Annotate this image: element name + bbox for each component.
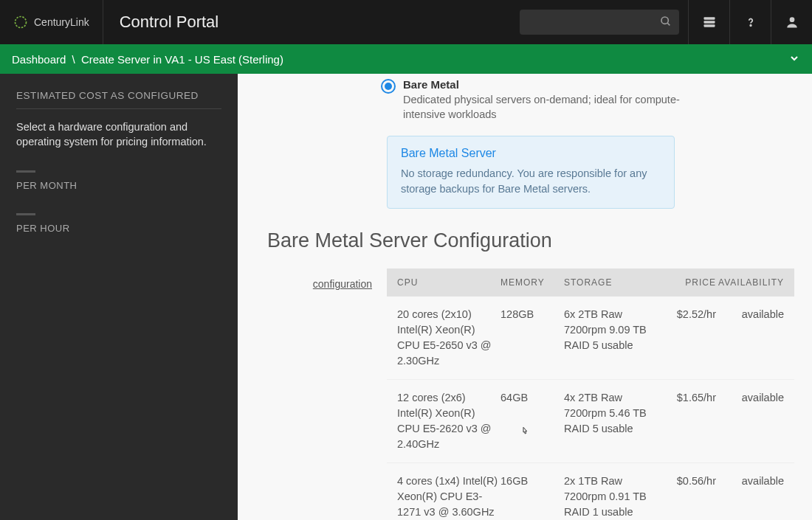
user-icon-button[interactable] <box>771 0 812 44</box>
cell-memory: 16GB <box>500 474 564 520</box>
global-search[interactable] <box>520 10 679 35</box>
cell-cpu: 12 cores (2x6) Intel(R) Xeon(R) CPU E5-2… <box>397 390 500 452</box>
cell-availability: available <box>716 474 784 520</box>
svg-point-0 <box>16 17 27 28</box>
breadcrumb-page[interactable]: Create Server in VA1 - US East (Sterling… <box>81 53 283 66</box>
search-input[interactable] <box>527 16 660 28</box>
chevron-down-icon[interactable] <box>788 52 800 66</box>
cell-storage: 2x 1TB Raw 7200rpm 0.91 TB RAID 1 usable <box>564 474 647 520</box>
breadcrumb-bar: Dashboard \ Create Server in VA1 - US Ea… <box>0 44 812 74</box>
server-type-option[interactable]: Bare Metal Dedicated physical servers on… <box>381 78 794 122</box>
brand-name: CenturyLink <box>34 16 89 28</box>
svg-rect-5 <box>703 24 715 27</box>
cost-help-text: Select a hardware configuration and oper… <box>16 119 221 150</box>
main-content: Bare Metal Dedicated physical servers on… <box>238 74 812 520</box>
th-availability: AVAILABILITY <box>716 277 784 288</box>
svg-line-2 <box>667 23 670 25</box>
th-price: PRICE <box>647 277 716 288</box>
cell-price: $2.52/hr <box>647 307 716 369</box>
breadcrumb-separator: \ <box>69 53 78 66</box>
app-title: Control Portal <box>103 13 520 32</box>
cell-availability: available <box>716 390 784 452</box>
cursor-pointer-icon <box>519 426 531 441</box>
per-month-dash <box>16 170 35 173</box>
table-row[interactable]: 12 cores (2x6) Intel(R) Xeon(R) CPU E5-2… <box>387 380 794 463</box>
info-callout-title: Bare Metal Server <box>401 147 661 160</box>
svg-point-7 <box>789 17 794 22</box>
breadcrumb: Dashboard \ Create Server in VA1 - US Ea… <box>12 53 788 66</box>
cell-cpu: 20 cores (2x10) Intel(R) Xeon(R) CPU E5-… <box>397 307 500 369</box>
servers-icon-button[interactable] <box>688 0 729 44</box>
estimated-cost-title: ESTIMATED COST AS CONFIGURED <box>16 90 221 101</box>
cell-price: $1.65/hr <box>647 390 716 452</box>
info-callout-text: No storage redundancy. You are responsib… <box>401 166 661 198</box>
info-callout: Bare Metal Server No storage redundancy.… <box>387 136 675 209</box>
svg-point-1 <box>661 17 668 24</box>
server-type-label: Bare Metal <box>403 78 691 91</box>
cost-sidebar: ESTIMATED COST AS CONFIGURED Select a ha… <box>0 74 238 520</box>
th-cpu: CPU <box>397 277 500 288</box>
server-type-description: Dedicated physical servers on-demand; id… <box>403 92 691 122</box>
th-storage: STORAGE <box>564 277 647 288</box>
centurylink-logo-icon <box>13 15 28 30</box>
per-month-label: PER MONTH <box>16 180 221 191</box>
svg-rect-4 <box>703 21 715 23</box>
sidebar-divider <box>16 108 221 109</box>
per-hour-dash <box>16 213 35 215</box>
configuration-table: CPU MEMORY STORAGE PRICE AVAILABILITY 20… <box>387 268 794 520</box>
th-memory: MEMORY <box>500 277 564 288</box>
cell-price: $0.56/hr <box>647 474 716 520</box>
cell-storage: 6x 2TB Raw 7200rpm 9.09 TB RAID 5 usable <box>564 307 647 369</box>
table-row[interactable]: 4 cores (1x4) Intel(R) Xeon(R) CPU E3-12… <box>387 463 794 520</box>
svg-rect-3 <box>703 17 715 19</box>
svg-point-6 <box>750 25 751 27</box>
breadcrumb-dashboard-link[interactable]: Dashboard <box>12 53 66 66</box>
cell-memory: 64GB <box>500 390 564 452</box>
help-icon-button[interactable] <box>729 0 771 44</box>
section-heading: Bare Metal Server Configuration <box>267 229 794 252</box>
radio-selected-icon[interactable] <box>381 79 396 94</box>
table-header-row: CPU MEMORY STORAGE PRICE AVAILABILITY <box>387 268 794 297</box>
brand-logo-area[interactable]: CenturyLink <box>0 0 103 44</box>
cell-storage: 4x 2TB Raw 7200rpm 5.46 TB RAID 5 usable <box>564 390 647 452</box>
cell-availability: available <box>716 307 784 369</box>
search-icon[interactable] <box>660 15 672 30</box>
table-row[interactable]: 20 cores (2x10) Intel(R) Xeon(R) CPU E5-… <box>387 297 794 380</box>
per-hour-label: PER HOUR <box>16 223 221 234</box>
configuration-label[interactable]: configuration <box>313 278 372 290</box>
cell-memory: 128GB <box>500 307 564 369</box>
cell-cpu: 4 cores (1x4) Intel(R) Xeon(R) CPU E3-12… <box>397 474 500 520</box>
top-bar: CenturyLink Control Portal <box>0 0 812 44</box>
